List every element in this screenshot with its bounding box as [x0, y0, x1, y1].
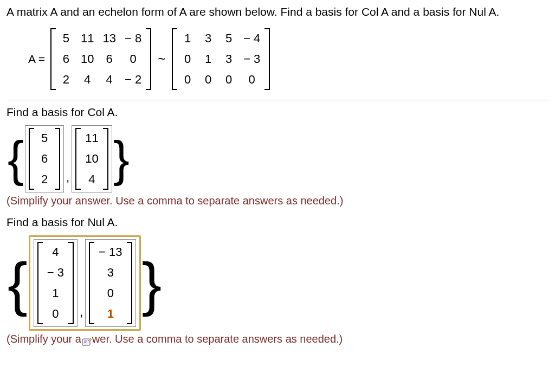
- nul-a-vector-1[interactable]: 4 − 3 1 0: [34, 239, 78, 327]
- col-a-vector-2[interactable]: 11 10 4: [72, 125, 112, 192]
- right-brace-icon: }: [112, 142, 131, 176]
- matrix-a: 51113− 8 61060 244− 2: [50, 28, 151, 90]
- tilde-symbol: ~: [158, 52, 165, 67]
- divider: [7, 100, 548, 100]
- text-cursor-icon: [81, 337, 92, 348]
- a-equals-label: A =: [28, 53, 45, 66]
- nul-a-answer[interactable]: { 4 − 3 1 0 , − 13 3 0: [7, 235, 548, 331]
- nul-a-answer-group[interactable]: 4 − 3 1 0 , − 13 3 0 1: [29, 235, 141, 331]
- left-brace-icon: {: [7, 262, 29, 304]
- col-a-prompt: Find a basis for Col A.: [7, 106, 548, 119]
- col-a-answer[interactable]: { 5 6 2 , 11 10 4 }: [7, 125, 548, 192]
- question-text: A matrix A and an echelon form of A are …: [7, 5, 548, 18]
- right-brace-icon: }: [141, 262, 163, 304]
- col-a-hint: (Simplify your answer. Use a comma to se…: [7, 195, 548, 207]
- separator: ,: [80, 305, 83, 327]
- col-a-vector-1[interactable]: 5 6 2: [25, 125, 64, 192]
- separator: ,: [66, 171, 69, 192]
- left-brace-icon: {: [7, 142, 25, 176]
- nul-a-prompt: Find a basis for Nul A.: [7, 216, 548, 229]
- matrix-equation: A = 51113− 8 61060 244− 2 ~ 135− 4 013− …: [28, 28, 548, 90]
- matrix-echelon: 135− 4 013− 3 0000: [172, 28, 270, 90]
- nul-a-hint: (Simplify your awer. Use a comma to sepa…: [7, 333, 548, 345]
- nul-a-vector-2[interactable]: − 13 3 0 1: [85, 239, 135, 327]
